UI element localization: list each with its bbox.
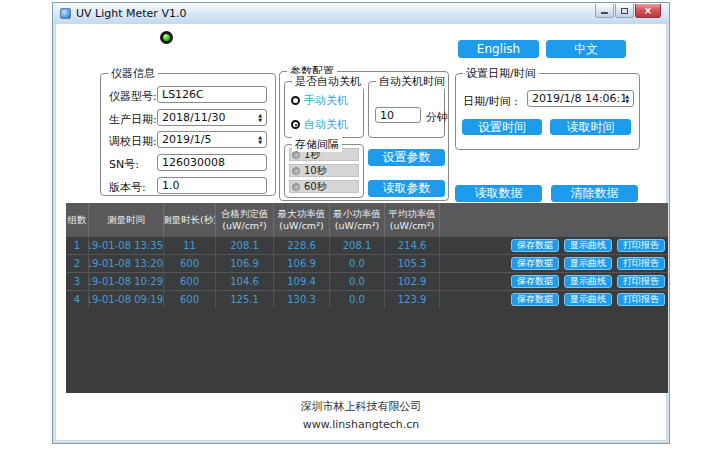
production-date-field[interactable]: 2018/11/30 ▲▼ bbox=[157, 109, 267, 126]
data-table: 组数 测量时间 测量时长(秒) 合格判定值(uW/cm²) 最大功率值(uW/c… bbox=[66, 203, 668, 393]
sn-field[interactable]: 126030008 bbox=[157, 154, 267, 171]
datetime-field[interactable]: 2019/1/8 14:06:13 ▲▼ bbox=[527, 90, 634, 107]
cell-time: 2019-01-08 10:29:40 bbox=[89, 273, 164, 290]
radio-checked-icon[interactable] bbox=[291, 120, 300, 129]
save-data-button[interactable]: 保存数据 bbox=[511, 239, 559, 252]
col-time: 测量时间 bbox=[89, 203, 164, 236]
cell-min: 0.0 bbox=[330, 255, 385, 272]
close-button[interactable]: × bbox=[635, 4, 661, 18]
calibration-date-spinner[interactable]: ▲▼ bbox=[258, 135, 262, 145]
print-report-button[interactable]: 打印报告 bbox=[617, 293, 665, 306]
datetime-group: 设置日期/时间 日期/时间 : 2019/1/8 14:06:13 ▲▼ 设置时… bbox=[455, 73, 640, 150]
production-date-spinner[interactable]: ▲▼ bbox=[258, 113, 262, 123]
radio-auto-off-label: 自动关机 bbox=[304, 117, 348, 132]
interval-title: 存储间隔 bbox=[292, 137, 342, 152]
save-data-button[interactable]: 保存数据 bbox=[511, 275, 559, 288]
col-qualified: 合格判定值(uW/cm²) bbox=[216, 203, 274, 236]
show-curve-button[interactable]: 显示曲线 bbox=[564, 239, 612, 252]
auto-off-time-title: 自动关机时间 bbox=[376, 74, 448, 89]
version-label: 版本号: bbox=[109, 180, 146, 195]
spinner-down-icon[interactable]: ▼ bbox=[258, 140, 262, 145]
datetime-title: 设置日期/时间 bbox=[463, 66, 539, 81]
interval-group: 存储间隔 1秒 10秒 60秒 bbox=[284, 144, 364, 198]
cell-qualified: 104.6 bbox=[216, 273, 274, 290]
col-min: 最小功率值(uW/cm²) bbox=[330, 203, 385, 236]
save-data-button[interactable]: 保存数据 bbox=[511, 293, 559, 306]
read-data-button[interactable]: 读取数据 bbox=[455, 185, 542, 202]
table-header: 组数 测量时间 测量时长(秒) 合格判定值(uW/cm²) 最大功率值(uW/c… bbox=[66, 203, 668, 236]
set-time-button[interactable]: 设置时间 bbox=[462, 119, 542, 135]
radio-gray-icon[interactable] bbox=[292, 151, 300, 159]
cell-group: 3 bbox=[66, 273, 89, 290]
cell-min: 208.1 bbox=[330, 237, 385, 254]
website-url: www.linshangtech.cn bbox=[56, 418, 666, 431]
save-data-button[interactable]: 保存数据 bbox=[511, 257, 559, 270]
cell-qualified: 208.1 bbox=[216, 237, 274, 254]
col-max: 最大功率值(uW/cm²) bbox=[274, 203, 330, 236]
maximize-icon bbox=[621, 8, 628, 14]
model-label: 仪器型号: bbox=[109, 89, 157, 104]
radio-gray-icon[interactable] bbox=[292, 183, 300, 191]
radio-auto-off[interactable]: 自动关机 bbox=[291, 117, 363, 132]
table-row: 4 2019-01-08 09:19:35 600 125.1 130.3 0.… bbox=[66, 290, 668, 308]
table-row: 2 2019-01-08 13:20:04 600 106.9 106.9 0.… bbox=[66, 254, 668, 272]
cell-max: 109.4 bbox=[274, 273, 330, 290]
cell-qualified: 125.1 bbox=[216, 291, 274, 308]
minimize-button[interactable] bbox=[595, 4, 614, 18]
cell-duration: 600 bbox=[164, 255, 216, 272]
minimize-icon bbox=[601, 12, 608, 14]
production-date-value: 2018/11/30 bbox=[162, 111, 225, 124]
show-curve-button[interactable]: 显示曲线 bbox=[564, 275, 612, 288]
titlebar[interactable]: UV Light Meter V1.0 × bbox=[53, 3, 669, 24]
radio-interval-60s[interactable]: 60秒 bbox=[289, 180, 359, 193]
calibration-date-field[interactable]: 2019/1/5 ▲▼ bbox=[157, 131, 267, 148]
radio-interval-10s[interactable]: 10秒 bbox=[289, 164, 359, 177]
auto-off-time-field[interactable]: 10 bbox=[375, 107, 421, 123]
cell-max: 228.6 bbox=[274, 237, 330, 254]
table-row: 1 2019-01-08 13:35:47 11 208.1 228.6 208… bbox=[66, 236, 668, 254]
show-curve-button[interactable]: 显示曲线 bbox=[564, 257, 612, 270]
print-report-button[interactable]: 打印报告 bbox=[617, 257, 665, 270]
cell-min: 0.0 bbox=[330, 273, 385, 290]
spinner-down-icon[interactable]: ▼ bbox=[258, 118, 262, 123]
cell-actions: 保存数据 显示曲线 打印报告 bbox=[440, 273, 668, 290]
model-value: LS126C bbox=[162, 88, 204, 101]
auto-off-group: 是否自动关机 手动关机 自动关机 bbox=[284, 81, 364, 138]
close-icon: × bbox=[644, 6, 652, 16]
read-time-button[interactable]: 读取时间 bbox=[550, 119, 631, 135]
model-field[interactable]: LS126C bbox=[157, 86, 267, 103]
params-group: 参数配置 是否自动关机 手动关机 自动关机 bbox=[279, 71, 449, 201]
cell-avg: 102.9 bbox=[385, 273, 440, 290]
print-report-button[interactable]: 打印报告 bbox=[617, 275, 665, 288]
radio-gray-icon[interactable] bbox=[292, 167, 300, 175]
app-window: UV Light Meter V1.0 × English 中文 仪器信息 仪器… bbox=[52, 2, 670, 444]
radio-manual-off[interactable]: 手动关机 bbox=[291, 93, 363, 108]
cell-max: 106.9 bbox=[274, 255, 330, 272]
window-controls: × bbox=[595, 4, 661, 18]
datetime-spinner[interactable]: ▲▼ bbox=[625, 94, 629, 104]
english-button[interactable]: English bbox=[458, 40, 539, 58]
table-row: 3 2019-01-08 10:29:40 600 104.6 109.4 0.… bbox=[66, 272, 668, 290]
cell-duration: 600 bbox=[164, 273, 216, 290]
cell-actions: 保存数据 显示曲线 打印报告 bbox=[440, 237, 668, 254]
version-field[interactable]: 1.0 bbox=[157, 177, 267, 194]
cell-actions: 保存数据 显示曲线 打印报告 bbox=[440, 255, 668, 272]
read-params-button[interactable]: 读取参数 bbox=[368, 180, 445, 197]
maximize-button[interactable] bbox=[615, 4, 634, 18]
clear-data-button[interactable]: 清除数据 bbox=[551, 185, 638, 202]
show-curve-button[interactable]: 显示曲线 bbox=[564, 293, 612, 306]
interval-10s-label: 10秒 bbox=[304, 164, 327, 178]
device-info-group: 仪器信息 仪器型号: LS126C 生产日期: 2018/11/30 ▲▼ 调校… bbox=[100, 73, 276, 196]
interval-60s-label: 60秒 bbox=[304, 180, 327, 194]
set-params-button[interactable]: 设置参数 bbox=[368, 149, 445, 166]
print-report-button[interactable]: 打印报告 bbox=[617, 239, 665, 252]
chinese-button[interactable]: 中文 bbox=[546, 40, 626, 58]
status-led-icon bbox=[160, 31, 173, 44]
cell-duration: 600 bbox=[164, 291, 216, 308]
spinner-down-icon[interactable]: ▼ bbox=[625, 99, 629, 104]
datetime-value: 2019/1/8 14:06:13 bbox=[532, 92, 625, 105]
radio-unchecked-icon[interactable] bbox=[291, 96, 300, 105]
calibration-date-value: 2019/1/5 bbox=[162, 133, 211, 146]
auto-off-time-value: 10 bbox=[380, 109, 394, 122]
cell-group: 4 bbox=[66, 291, 89, 308]
